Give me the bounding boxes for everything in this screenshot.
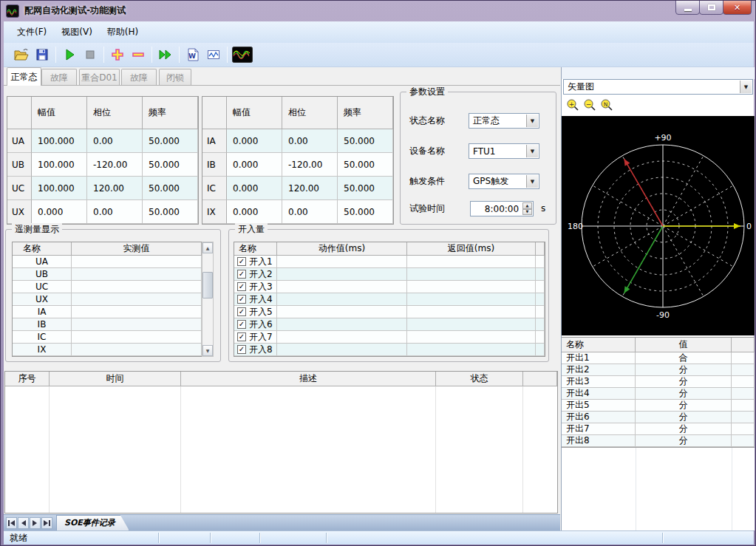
telemetry-value xyxy=(72,318,202,331)
soe-record-tab[interactable]: SOE事件记录 xyxy=(56,515,129,530)
tab-reclose-d01[interactable]: 重合D01 xyxy=(79,69,120,86)
grid-cell[interactable]: 0.000 xyxy=(227,129,282,153)
device-name-combo[interactable]: FTU1 ▼ xyxy=(469,143,539,159)
close-button[interactable]: ✕ xyxy=(723,0,752,15)
add-state-button[interactable] xyxy=(107,44,128,65)
menu-view[interactable]: 视图(V) xyxy=(54,21,100,43)
maximize-button[interactable] xyxy=(699,0,723,15)
state-name-combo[interactable]: 正常态 ▼ xyxy=(469,113,539,129)
trigger-cond-combo[interactable]: GPS触发 ▼ xyxy=(469,174,539,189)
vector-plot: +90 -90 0 180 xyxy=(562,116,755,335)
floppy-save-icon xyxy=(35,47,50,62)
nav-prev-button[interactable] xyxy=(18,517,29,529)
minimize-button[interactable] xyxy=(675,0,700,15)
menu-help[interactable]: 帮助(H) xyxy=(100,21,146,43)
di-label: 开入7 xyxy=(249,331,273,344)
grid-cell[interactable]: 50.000 xyxy=(338,200,393,224)
grid-cell[interactable]: 100.000 xyxy=(32,153,87,177)
tab-lockout[interactable]: 闭锁 xyxy=(159,69,191,86)
chevron-down-icon[interactable]: ▼ xyxy=(526,115,538,127)
scroll-up-icon[interactable]: ▲ xyxy=(202,242,213,253)
grid-cell[interactable]: -120.00 xyxy=(87,153,143,177)
row-header: UA xyxy=(7,129,32,153)
col-header-return: 返回值(ms) xyxy=(407,242,536,256)
view-selector-combo[interactable]: 矢量图 ▼ xyxy=(563,79,753,95)
checkbox-checked[interactable] xyxy=(237,307,246,316)
checkbox-checked[interactable] xyxy=(237,282,246,291)
do-value: 分 xyxy=(636,376,732,388)
title-bar[interactable]: 配网自动化测试-功能测试 ✕ xyxy=(1,1,755,21)
grid-cell[interactable]: 100.000 xyxy=(32,129,87,153)
grid-cell[interactable]: 0.000 xyxy=(32,200,87,224)
chevron-down-icon[interactable]: ▼ xyxy=(526,145,538,157)
checkbox-checked[interactable] xyxy=(237,332,246,341)
toolbar-separator xyxy=(227,47,228,63)
zoom-reset-icon[interactable]: N xyxy=(600,98,613,112)
menu-file[interactable]: 文件(F) xyxy=(10,21,54,43)
grid-cell[interactable]: 50.000 xyxy=(338,153,393,177)
grid-cell[interactable]: 0.00 xyxy=(282,129,338,153)
angle-label-bottom: -90 xyxy=(656,310,670,320)
checkbox-checked[interactable] xyxy=(237,257,246,266)
grid-cell[interactable]: 0.000 xyxy=(227,177,282,200)
grid-cell[interactable]: 0.00 xyxy=(87,200,143,224)
do-blank xyxy=(732,423,755,435)
grid-cell[interactable]: 120.00 xyxy=(87,177,143,200)
grid-cell[interactable]: 50.000 xyxy=(143,200,198,224)
nav-first-button[interactable] xyxy=(6,517,17,529)
telemetry-scrollbar[interactable]: ▲ ▼ xyxy=(202,242,214,357)
row-header: UX xyxy=(7,200,32,224)
di-blank-cell xyxy=(536,344,545,356)
remove-state-button[interactable] xyxy=(128,44,149,65)
di-action-cell xyxy=(277,281,407,293)
checkbox-checked[interactable] xyxy=(237,345,246,354)
tab-fault-2[interactable]: 故障 xyxy=(121,69,157,86)
wave-report-button[interactable] xyxy=(203,44,224,65)
stop-test-button[interactable] xyxy=(80,44,101,65)
nav-last-button[interactable] xyxy=(41,517,52,529)
spin-up-icon[interactable]: ▲ xyxy=(522,202,532,209)
scroll-thumb[interactable] xyxy=(202,272,213,298)
toolbar-separator xyxy=(151,47,152,63)
di-name-cell: 开入5 xyxy=(234,306,277,318)
angle-label-top: +90 xyxy=(654,133,671,143)
grid-cell[interactable]: -120.00 xyxy=(282,153,338,177)
run-all-button[interactable] xyxy=(155,44,176,65)
grid-cell[interactable]: 50.000 xyxy=(143,177,198,200)
checkbox-checked[interactable] xyxy=(237,270,246,279)
test-time-spinner[interactable]: 8:00:00 ▲ ▼ xyxy=(470,201,534,216)
nav-next-button[interactable] xyxy=(30,517,41,529)
grid-cell[interactable]: 50.000 xyxy=(143,153,198,177)
grid-cell[interactable]: 50.000 xyxy=(338,129,393,153)
start-test-button[interactable] xyxy=(59,44,80,65)
checkbox-checked[interactable] xyxy=(237,295,246,304)
zoom-in-icon[interactable]: + xyxy=(566,98,579,112)
grid-cell[interactable]: 0.00 xyxy=(87,129,143,153)
tab-normal-state[interactable]: 正常态 xyxy=(7,67,41,86)
word-document-icon: W xyxy=(185,47,200,62)
open-file-button[interactable] xyxy=(11,44,32,65)
checkbox-checked[interactable] xyxy=(237,320,246,329)
zoom-out-icon[interactable]: − xyxy=(583,98,596,112)
grid-cell[interactable]: 50.000 xyxy=(143,129,198,153)
telemetry-table: 名称 实测值 UA UB UC UX IA IB IC IX xyxy=(12,242,202,357)
grid-cell[interactable]: 0.000 xyxy=(227,200,282,224)
save-button[interactable] xyxy=(32,44,52,65)
di-return-cell xyxy=(407,268,536,281)
chevron-down-icon[interactable]: ▼ xyxy=(526,175,538,188)
spinner-buttons[interactable]: ▲ ▼ xyxy=(522,202,532,215)
svg-text:+: + xyxy=(569,100,575,108)
spin-down-icon[interactable]: ▼ xyxy=(522,209,532,216)
chevron-down-icon[interactable]: ▼ xyxy=(740,81,752,93)
col-header-phase: 相位 xyxy=(282,97,338,129)
grid-cell[interactable]: 50.000 xyxy=(338,177,393,200)
word-report-button[interactable]: W xyxy=(183,44,203,65)
grid-cell[interactable]: 100.000 xyxy=(32,177,87,200)
grid-cell[interactable]: 0.00 xyxy=(282,200,338,224)
tab-fault-1[interactable]: 故障 xyxy=(41,69,77,86)
grid-cell[interactable]: 120.00 xyxy=(282,177,338,200)
telemetry-value xyxy=(72,344,202,356)
wave-display-button[interactable] xyxy=(231,44,254,65)
grid-cell[interactable]: 0.000 xyxy=(227,153,282,177)
scroll-down-icon[interactable]: ▼ xyxy=(202,345,213,356)
